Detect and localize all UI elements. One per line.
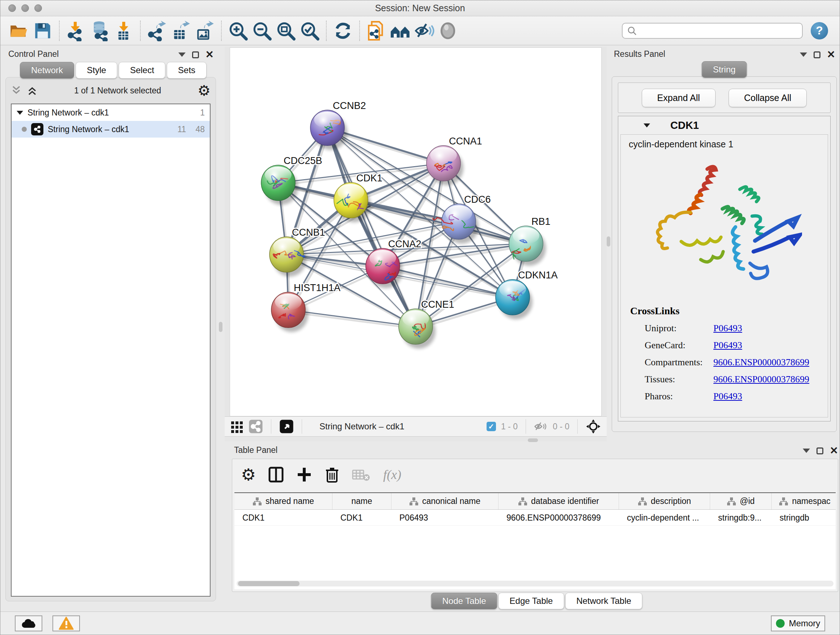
- expand-all-icon[interactable]: [27, 84, 38, 97]
- panel-menu-icon[interactable]: [800, 52, 807, 60]
- first-neighbors-button[interactable]: [388, 19, 412, 43]
- tab-edge-table[interactable]: Edge Table: [499, 593, 564, 609]
- crosslink-link[interactable]: P06493: [714, 340, 742, 351]
- column-header-canonical-name[interactable]: canonical name: [392, 493, 499, 509]
- export-image-button[interactable]: [193, 19, 217, 43]
- network-row[interactable]: String Network – cdk1 11 48: [11, 121, 210, 138]
- close-window-icon[interactable]: [8, 4, 16, 12]
- maximize-window-icon[interactable]: [34, 4, 42, 12]
- save-session-button[interactable]: [31, 19, 55, 43]
- column-header--id[interactable]: @id: [710, 493, 772, 509]
- left-splitter-handle[interactable]: [219, 322, 223, 332]
- import-table-file-button[interactable]: [112, 19, 136, 43]
- network-collection-row[interactable]: String Network – cdk1 1: [11, 104, 210, 121]
- column-header-name[interactable]: name: [332, 493, 392, 509]
- tab-string[interactable]: String: [702, 61, 747, 78]
- save-floppy-icon: [32, 20, 53, 41]
- refresh-layout-button[interactable]: [331, 19, 355, 43]
- right-splitter-handle[interactable]: [607, 236, 610, 247]
- panel-menu-icon[interactable]: [178, 52, 186, 60]
- crosslink-link[interactable]: P06493: [714, 391, 742, 402]
- network-view-mode-icon[interactable]: [248, 419, 263, 434]
- grid-view-icon[interactable]: [231, 420, 243, 433]
- panel-float-icon[interactable]: [813, 51, 821, 58]
- column-header-description[interactable]: description: [619, 493, 710, 509]
- tab-select[interactable]: Select: [118, 62, 165, 79]
- panel-close-icon[interactable]: ✕: [830, 446, 838, 456]
- panel-float-icon[interactable]: [192, 51, 199, 58]
- network-node-RB1[interactable]: [509, 226, 546, 266]
- table-cell: CDK1: [332, 510, 392, 525]
- bottom-splitter-handle[interactable]: [528, 439, 538, 442]
- eye-slash-icon: [414, 20, 434, 41]
- show-all-button[interactable]: [436, 19, 460, 43]
- search-box[interactable]: [622, 23, 803, 39]
- network-node-CCNA2[interactable]: [366, 249, 403, 288]
- crosslink-link[interactable]: 9606.ENSP00000378699: [714, 374, 809, 385]
- crosslink-link[interactable]: 9606.ENSP00000378699: [714, 357, 809, 368]
- export-table-button[interactable]: [169, 19, 193, 43]
- import-network-database-button[interactable]: [88, 19, 112, 43]
- network-node-CDK1[interactable]: [334, 182, 371, 222]
- node-entry-header[interactable]: CDK1: [618, 116, 830, 134]
- network-node-CDKN1A[interactable]: [496, 279, 532, 319]
- export-network-button[interactable]: [145, 19, 169, 43]
- panel-menu-icon[interactable]: [803, 448, 810, 456]
- search-input[interactable]: [640, 26, 798, 36]
- zoom-out-button[interactable]: [250, 19, 274, 43]
- selected-checkbox-icon[interactable]: ✓: [486, 422, 496, 431]
- tab-node-table[interactable]: Node Table: [431, 593, 497, 609]
- node-count: 11: [178, 125, 186, 134]
- expand-all-button[interactable]: Expand All: [642, 89, 715, 107]
- zoom-fit-button[interactable]: [274, 19, 298, 43]
- tab-network-table[interactable]: Network Table: [565, 593, 643, 609]
- memory-button[interactable]: Memory: [771, 616, 825, 631]
- column-header-namespac[interactable]: namespac: [772, 493, 836, 509]
- help-button[interactable]: ?: [811, 22, 828, 40]
- shared-column-icon: [638, 497, 647, 506]
- tab-style[interactable]: Style: [76, 62, 117, 79]
- import-network-file-button[interactable]: [64, 19, 88, 43]
- tab-network[interactable]: Network: [20, 62, 74, 79]
- table-row[interactable]: CDK1CDK1P064939606.ENSP00000378699cyclin…: [234, 510, 836, 526]
- delete-column-trash-icon[interactable]: [325, 466, 340, 483]
- minimize-window-icon[interactable]: [21, 4, 29, 12]
- warnings-button[interactable]: [52, 616, 80, 631]
- column-header-database-identifier[interactable]: database identifier: [499, 493, 619, 509]
- zoom-selected-button[interactable]: [298, 19, 322, 43]
- panel-close-icon[interactable]: ✕: [827, 50, 835, 60]
- birds-eye-view-icon[interactable]: [279, 419, 294, 434]
- tab-sets[interactable]: Sets: [167, 62, 207, 79]
- control-panel-title: Control Panel: [8, 49, 58, 59]
- scrollbar-thumb[interactable]: [238, 581, 300, 586]
- new-network-from-selection-button[interactable]: [364, 19, 388, 43]
- network-options-gear-icon[interactable]: ⚙: [197, 83, 210, 98]
- zoom-in-button[interactable]: [226, 19, 250, 43]
- column-header-shared-name[interactable]: shared name: [234, 493, 332, 509]
- hide-selected-button[interactable]: [412, 19, 436, 43]
- toolbar-separator: [359, 21, 360, 41]
- table-cell: 9606.ENSP00000378699: [499, 510, 619, 525]
- tree-expand-icon[interactable]: [17, 111, 23, 118]
- cloud-status-button[interactable]: [15, 616, 42, 631]
- database-icon: [89, 20, 111, 41]
- protein-structure-image: [646, 155, 802, 299]
- open-session-button[interactable]: [7, 19, 31, 43]
- network-node-CCNE1[interactable]: [399, 309, 436, 348]
- table-options-gear-icon[interactable]: ⚙: [241, 466, 256, 483]
- network-node-HIST1H1A[interactable]: [271, 292, 308, 332]
- panel-float-icon[interactable]: [816, 448, 823, 454]
- collapse-all-button[interactable]: Collapse All: [729, 89, 807, 107]
- network-canvas[interactable]: CCNB2CCNA1CDC25BCDK1CDC6RB1CCNB1CCNA2CDK…: [230, 48, 602, 416]
- fit-selected-crosshair-icon[interactable]: [586, 419, 601, 434]
- entry-collapse-icon[interactable]: [644, 124, 650, 131]
- panel-close-icon[interactable]: ✕: [205, 50, 214, 60]
- show-columns-icon[interactable]: [268, 466, 284, 483]
- control-panel: Control Panel ✕ NetworkStyleSelectSets 1…: [5, 48, 216, 601]
- network-graph[interactable]: CCNB2CCNA1CDC25BCDK1CDC6RB1CCNB1CCNA2CDK…: [230, 48, 602, 417]
- network-node-CCNA1[interactable]: [426, 146, 463, 185]
- collapse-all-icon[interactable]: [11, 84, 22, 97]
- add-column-icon[interactable]: [296, 466, 312, 483]
- crosslink-link[interactable]: P06493: [714, 323, 742, 334]
- node-label-HIST1H1A: HIST1H1A: [294, 282, 340, 293]
